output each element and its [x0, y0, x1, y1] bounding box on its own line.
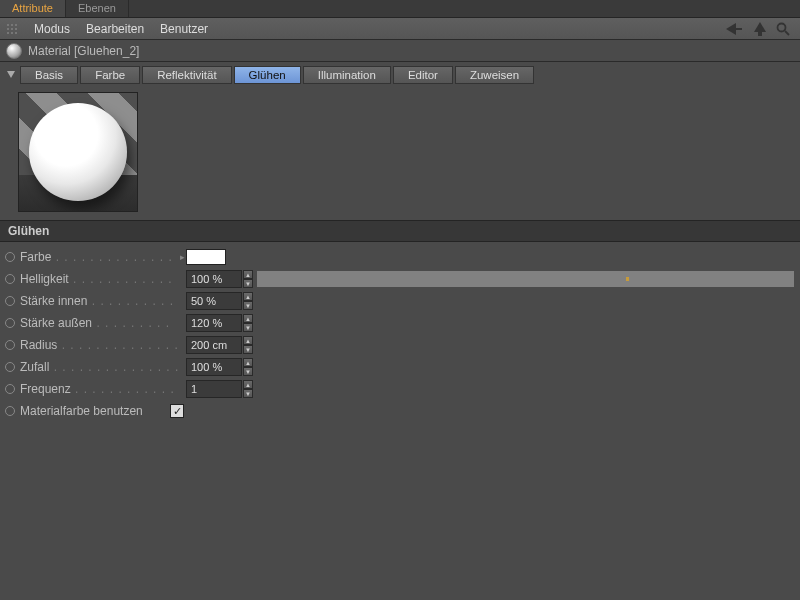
label-farbe: Farbe . . . . . . . . . . . . . . . .: [20, 250, 178, 264]
disclosure-triangle-icon[interactable]: [6, 70, 16, 80]
toggle-farbe[interactable]: [0, 252, 20, 262]
field-zufall[interactable]: 100 %: [186, 358, 242, 376]
row-radius: Radius . . . . . . . . . . . . . . . 200…: [0, 334, 800, 356]
spinner-staerke-innen[interactable]: ▲▼: [243, 292, 253, 310]
material-header: Material [Gluehen_2]: [0, 40, 800, 62]
toggle-helligkeit[interactable]: [0, 274, 20, 284]
toggle-radius[interactable]: [0, 340, 20, 350]
svg-marker-6: [7, 71, 15, 78]
svg-marker-2: [754, 22, 766, 32]
property-list: Farbe . . . . . . . . . . . . . . . . ▸ …: [0, 242, 800, 426]
label-materialfarbe: Materialfarbe benutzen: [20, 404, 170, 418]
nav-up-icon[interactable]: [754, 22, 766, 36]
svg-rect-1: [736, 28, 742, 30]
svg-point-4: [778, 23, 786, 31]
row-staerke-aussen: Stärke außen . . . . . . . . . 120 % ▲▼: [0, 312, 800, 334]
toggle-materialfarbe[interactable]: [0, 406, 20, 416]
field-staerke-aussen[interactable]: 120 %: [186, 314, 242, 332]
tab-illumination[interactable]: Illumination: [303, 66, 391, 84]
toggle-zufall[interactable]: [0, 362, 20, 372]
spinner-radius[interactable]: ▲▼: [243, 336, 253, 354]
field-frequenz[interactable]: 1: [186, 380, 242, 398]
material-preview[interactable]: [18, 92, 138, 212]
material-title: Material [Gluehen_2]: [28, 44, 139, 58]
top-tab-bar: Attribute Ebenen: [0, 0, 800, 18]
material-orb-icon: [6, 43, 22, 59]
spinner-frequenz[interactable]: ▲▼: [243, 380, 253, 398]
tab-farbe[interactable]: Farbe: [80, 66, 140, 84]
menu-edit[interactable]: Bearbeiten: [78, 20, 152, 38]
tab-layers[interactable]: Ebenen: [66, 0, 129, 17]
checkbox-materialfarbe[interactable]: ✓: [170, 404, 184, 418]
label-frequenz: Frequenz . . . . . . . . . . . . . .: [20, 382, 178, 396]
preview-sphere: [29, 103, 127, 201]
row-zufall: Zufall . . . . . . . . . . . . . . . . 1…: [0, 356, 800, 378]
label-staerke-innen: Stärke innen . . . . . . . . . .: [20, 294, 178, 308]
preview-area: [0, 88, 800, 220]
nav-back-icon[interactable]: [726, 23, 744, 35]
toggle-frequenz[interactable]: [0, 384, 20, 394]
drag-grip-icon[interactable]: [6, 23, 18, 35]
row-frequenz: Frequenz . . . . . . . . . . . . . . 1 ▲…: [0, 378, 800, 400]
spinner-helligkeit[interactable]: ▲▼: [243, 270, 253, 288]
toggle-staerke-aussen[interactable]: [0, 318, 20, 328]
field-staerke-innen[interactable]: 50 %: [186, 292, 242, 310]
row-materialfarbe: Materialfarbe benutzen ✓: [0, 400, 800, 422]
toggle-staerke-innen[interactable]: [0, 296, 20, 306]
field-radius[interactable]: 200 cm: [186, 336, 242, 354]
channel-tab-row: Basis Farbe Reflektivität Glühen Illumin…: [0, 62, 800, 88]
svg-rect-3: [758, 31, 762, 36]
tab-gluehen[interactable]: Glühen: [234, 66, 301, 84]
field-helligkeit[interactable]: 100 %: [186, 270, 242, 288]
menu-mode[interactable]: Modus: [26, 20, 78, 38]
label-helligkeit: Helligkeit . . . . . . . . . . . .: [20, 272, 178, 286]
spinner-zufall[interactable]: ▲▼: [243, 358, 253, 376]
slider-helligkeit[interactable]: [257, 271, 800, 287]
tab-zuweisen[interactable]: Zuweisen: [455, 66, 534, 84]
tab-editor[interactable]: Editor: [393, 66, 453, 84]
svg-marker-0: [726, 23, 736, 35]
row-staerke-innen: Stärke innen . . . . . . . . . . 50 % ▲▼: [0, 290, 800, 312]
color-swatch[interactable]: [186, 249, 226, 265]
menu-bar: Modus Bearbeiten Benutzer: [0, 18, 800, 40]
menu-user[interactable]: Benutzer: [152, 20, 216, 38]
tab-attribute[interactable]: Attribute: [0, 0, 66, 17]
search-icon[interactable]: [776, 22, 790, 36]
label-staerke-aussen: Stärke außen . . . . . . . . .: [20, 316, 178, 330]
tab-basis[interactable]: Basis: [20, 66, 78, 84]
label-radius: Radius . . . . . . . . . . . . . . .: [20, 338, 178, 352]
row-farbe: Farbe . . . . . . . . . . . . . . . . ▸: [0, 246, 800, 268]
row-helligkeit: Helligkeit . . . . . . . . . . . . 100 %…: [0, 268, 800, 290]
svg-line-5: [785, 31, 789, 35]
label-zufall: Zufall . . . . . . . . . . . . . . . .: [20, 360, 178, 374]
tab-reflektivitaet[interactable]: Reflektivität: [142, 66, 231, 84]
reveal-icon[interactable]: ▸: [178, 252, 186, 262]
section-header: Glühen: [0, 220, 800, 242]
spinner-staerke-aussen[interactable]: ▲▼: [243, 314, 253, 332]
